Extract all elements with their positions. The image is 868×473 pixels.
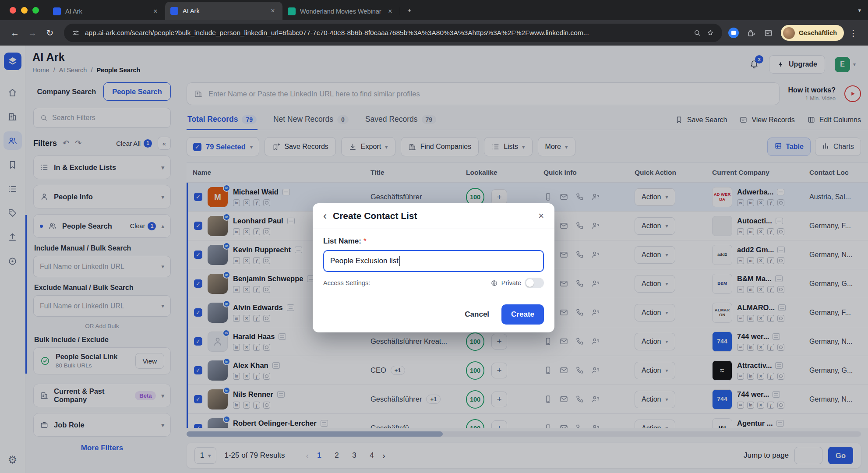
extension-icon[interactable] bbox=[728, 28, 739, 38]
list-name-value: People Exclusion list bbox=[330, 257, 399, 265]
tab-favicon-ark bbox=[170, 7, 178, 15]
list-name-input[interactable]: People Exclusion list bbox=[323, 250, 544, 272]
tab-title: AI Ark bbox=[183, 7, 264, 14]
access-settings-label: Access Settings: bbox=[323, 279, 370, 286]
private-label: Private bbox=[501, 279, 521, 286]
side-panel-icon[interactable] bbox=[764, 28, 773, 38]
tab-title: Wonderland Movies Webinar bbox=[300, 8, 381, 15]
browser-toolbar: app.ai-ark.com/search/people?bulk_includ… bbox=[0, 20, 868, 46]
profile-avatar bbox=[783, 27, 795, 39]
window-controls[interactable] bbox=[0, 7, 48, 14]
cancel-button[interactable]: Cancel bbox=[465, 310, 489, 319]
create-contact-list-modal: Create Contact List List Name: * People … bbox=[313, 203, 554, 332]
url-text[interactable]: app.ai-ark.com/search/people?bulk_includ… bbox=[85, 29, 688, 37]
profile-label: Geschäftlich bbox=[799, 29, 837, 36]
tab-title: AI Ark bbox=[65, 8, 147, 15]
site-settings-icon[interactable] bbox=[72, 29, 80, 37]
browser-tab-2-active[interactable]: AI Ark bbox=[165, 2, 282, 20]
new-tab-button[interactable] bbox=[402, 3, 416, 17]
browser-profile-chip[interactable]: Geschäftlich bbox=[781, 25, 844, 41]
reload-button[interactable] bbox=[42, 25, 58, 41]
modal-back-icon[interactable] bbox=[323, 211, 327, 221]
back-button[interactable] bbox=[7, 25, 23, 41]
modal-close-icon[interactable] bbox=[538, 211, 544, 221]
browser-menu-icon[interactable] bbox=[846, 28, 861, 38]
private-toggle[interactable] bbox=[525, 278, 544, 288]
tab-close-icon[interactable] bbox=[268, 7, 277, 15]
extensions-puzzle-icon[interactable] bbox=[747, 28, 756, 38]
tab-close-icon[interactable] bbox=[151, 7, 160, 16]
browser-tab-3[interactable]: Wonderland Movies Webinar bbox=[282, 3, 400, 20]
tab-close-icon[interactable] bbox=[386, 7, 395, 16]
bookmark-star-icon[interactable] bbox=[706, 29, 714, 37]
list-name-label: List Name: bbox=[323, 237, 361, 246]
app-window: AI Ark Home AI Search People Search 3 Up… bbox=[0, 46, 868, 473]
tab-favicon-ark bbox=[53, 7, 61, 15]
browser-tabstrip: AI Ark AI Ark Wonderland Movies Webinar bbox=[0, 0, 868, 20]
text-cursor bbox=[399, 256, 400, 266]
globe-icon bbox=[490, 279, 498, 287]
zoom-icon[interactable] bbox=[693, 29, 701, 37]
forward-button[interactable] bbox=[25, 25, 40, 41]
create-button[interactable]: Create bbox=[501, 304, 544, 325]
maximize-window-icon[interactable] bbox=[32, 7, 39, 14]
url-bar[interactable]: app.ai-ark.com/search/people?bulk_includ… bbox=[64, 24, 722, 42]
required-asterisk: * bbox=[363, 237, 367, 246]
tab-favicon-webinar bbox=[288, 7, 296, 15]
modal-title: Create Contact List bbox=[333, 211, 417, 221]
tab-search-icon[interactable] bbox=[858, 7, 861, 14]
browser-tab-1[interactable]: AI Ark bbox=[48, 3, 165, 20]
close-window-icon[interactable] bbox=[10, 7, 16, 14]
screen: AI Ark AI Ark Wonderland Movies Webinar … bbox=[0, 0, 868, 473]
minimize-window-icon[interactable] bbox=[21, 7, 28, 14]
